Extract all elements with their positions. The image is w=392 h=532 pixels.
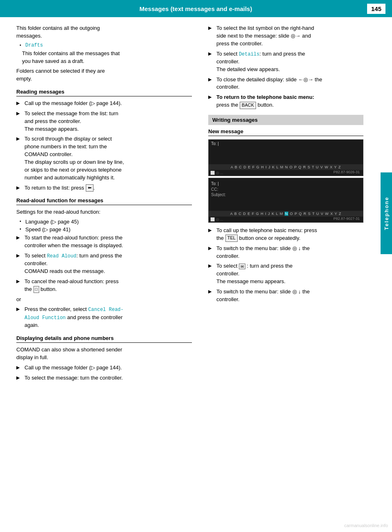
arrow-icon-1: ▶ — [16, 100, 23, 107]
screenshot1-label: To: | — [209, 140, 363, 147]
dot-sym-2: • — [20, 226, 25, 232]
right-item-3: ▶ To close the detailed display: slide ←… — [208, 76, 363, 92]
screenshot1-footer: P82.87-9026-31 — [332, 169, 361, 175]
reading-item-3: ▶ To scroll through the display or selec… — [16, 135, 192, 181]
read-aloud-text-1: To start the read-aloud function: press … — [24, 234, 192, 250]
arrow-icon-w3: ▶ — [208, 263, 215, 286]
writing-text-1: To call up the telephone basic menu: pre… — [216, 227, 363, 242]
writing-text-3: To select ✉ : turn and press thecontroll… — [216, 262, 363, 286]
right-column: ▶ To select the list symbol on the right… — [200, 17, 380, 391]
writing-item-3: ▶ To select ✉ : turn and press thecontro… — [208, 262, 363, 286]
arrow-icon-4: ▶ — [16, 185, 23, 192]
speed-item: • Speed (▷ page 41) — [20, 226, 192, 232]
arrow-icon-r1: ▶ — [208, 25, 215, 48]
reading-messages-heading: Reading messages — [16, 89, 192, 96]
writing-item-1: ▶ To call up the telephone basic menu: p… — [208, 227, 363, 242]
cancel-key: □ — [33, 286, 39, 293]
right-item-1: ▶ To select the list symbol on the right… — [208, 25, 363, 48]
read-aloud-text-2: To select Read Aloud: turn and press the… — [24, 252, 192, 275]
arrow-icon-w4: ▶ — [208, 288, 215, 304]
new-message-heading: New message — [208, 128, 363, 136]
right-text-1: To select the list symbol on the right-h… — [216, 25, 363, 48]
language-item: • Language (▷ page 45) — [20, 219, 192, 225]
arrow-icon-7: ▶ — [16, 278, 23, 293]
writing-item-4: ▶ To switch to the menu bar: slide ◎ ↓ t… — [208, 288, 363, 304]
read-aloud-text-3: To cancel the read-aloud function: press… — [24, 278, 192, 293]
read-aloud-item-1: ▶ To start the read-aloud function: pres… — [16, 234, 192, 250]
arrow-icon-9: ▶ — [16, 364, 23, 372]
displaying-text-2: To select the message: turn the controll… — [24, 374, 192, 382]
header-bar: Messages (text messages and e-mails) 145 — [0, 0, 392, 17]
envelope-icon: ✉ — [239, 264, 245, 269]
dot-sym-1: • — [20, 219, 25, 225]
reading-text-3: To scroll through the display or selectp… — [24, 135, 192, 181]
arrow-icon-r3: ▶ — [208, 76, 215, 92]
arrow-icon-w1: ▶ — [208, 227, 215, 242]
writing-item-2: ▶ To switch to the menu bar: slide ◎ ↓ t… — [208, 245, 363, 260]
arrow-icon-r2: ▶ — [208, 51, 215, 74]
page-number: 145 — [367, 4, 385, 14]
right-text-3: To close the detailed display: slide ←◎→… — [216, 76, 363, 92]
drafts-desc: This folder contains all the messages th… — [22, 50, 192, 65]
screenshot-2: To: | CC: Subject: A B C D E F G H I J K… — [208, 178, 363, 223]
drafts-label: Drafts — [25, 42, 43, 48]
read-aloud-item-2: ▶ To select Read Aloud: turn and press t… — [16, 252, 192, 275]
screenshot2-cc: CC: — [209, 187, 363, 192]
arrow-icon-3: ▶ — [16, 136, 23, 181]
screenshot1-icons: ⬜ ◎ ... — [210, 171, 223, 175]
displaying-item-2: ▶ To select the message: turn the contro… — [16, 374, 192, 382]
right-item-2: ▶ To select Details: turn and press thec… — [208, 50, 363, 74]
press-controller-text: Press the controller, select Cancel Read… — [24, 306, 192, 329]
settings-label: Settings for the read-aloud function: — [16, 208, 192, 216]
or-text: or — [16, 296, 192, 304]
tel-key: TEL — [225, 235, 238, 242]
reading-text-1: Call up the message folder (▷ page 144). — [24, 100, 192, 107]
right-text-2: To select Details: turn and press thecon… — [216, 50, 363, 74]
right-item-4: ▶ To return to the telephone basic menu:… — [208, 94, 363, 109]
read-aloud-heading: Read-aloud function for messages — [16, 197, 192, 205]
watermark: carmanualsonline.info — [344, 523, 388, 528]
screenshot2-footer: P82.87-9027-31 — [332, 216, 361, 221]
displaying-text-1: Call up the message folder (▷ page 144). — [24, 364, 192, 372]
arrow-icon-2: ▶ — [16, 110, 23, 133]
intro-block: This folder contains all the outgoing me… — [16, 25, 192, 83]
arrow-icon-8: ▶ — [16, 306, 23, 329]
writing-text-4: To switch to the menu bar: slide ◎ ↓ the… — [216, 288, 363, 304]
arrow-icon-r4: ▶ — [208, 94, 215, 109]
language-text: Language (▷ page 45) — [25, 219, 192, 225]
reading-text-2: To select the message from the list: tur… — [24, 110, 192, 133]
screenshot-1: To: | A B C D E F G H I J K L M N O P Q … — [208, 139, 363, 176]
arrow-icon-w2: ▶ — [208, 245, 215, 260]
drafts-item: • Drafts — [20, 42, 192, 48]
left-column: This folder contains all the outgoing me… — [0, 17, 200, 391]
reading-item-4: ▶ To return to the list: press ⬅. — [16, 184, 192, 192]
folders-note: Folders cannot be selected if they are e… — [16, 67, 192, 83]
displaying-desc: COMAND can also show a shortened sender … — [16, 346, 192, 362]
writing-messages-box: Writing messages — [208, 115, 363, 125]
reading-text-4: To return to the list: press ⬅. — [24, 184, 192, 192]
read-aloud-item-3: ▶ To cancel the read-aloud function: pre… — [16, 278, 192, 293]
reading-item-1: ▶ Call up the message folder (▷ page 144… — [16, 100, 192, 107]
dot-symbol: • — [20, 42, 25, 48]
right-text-4: To return to the telephone basic menu:pr… — [216, 94, 363, 109]
writing-messages-label: Writing messages — [208, 115, 363, 125]
screenshot2-icons: ⬜ ◎ ... — [210, 217, 223, 221]
header-title: Messages (text messages and e-mails) — [24, 5, 367, 12]
press-controller-item: ▶ Press the controller, select Cancel Re… — [16, 306, 192, 329]
back-key: BACK — [240, 102, 256, 109]
arrow-icon-6: ▶ — [16, 253, 23, 275]
main-content: This folder contains all the outgoing me… — [0, 17, 392, 391]
writing-text-2: To switch to the menu bar: slide ◎ ↓ the… — [216, 245, 363, 260]
screenshot2-subject: Subject: — [209, 192, 363, 197]
return-key: ⬅ — [86, 184, 94, 192]
screenshot2-label-to: To: | — [209, 180, 363, 187]
arrow-icon-10: ▶ — [16, 375, 23, 382]
displaying-item-1: ▶ Call up the message folder (▷ page 144… — [16, 364, 192, 372]
displaying-details-heading: Displaying details and phone numbers — [16, 335, 192, 343]
speed-text: Speed (▷ page 41) — [25, 226, 192, 232]
intro-line1: This folder contains all the outgoing me… — [16, 25, 192, 40]
reading-item-2: ▶ To select the message from the list: t… — [16, 110, 192, 133]
arrow-icon-5: ▶ — [16, 235, 23, 250]
